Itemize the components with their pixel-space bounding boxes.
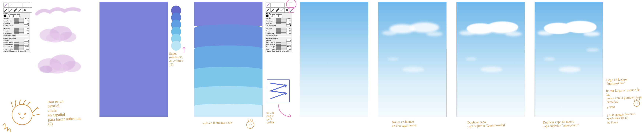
lbl-pers: Persistencia (4, 32, 13, 34)
brush-preset[interactable] (13, 8, 18, 13)
brush-preset[interactable] (4, 8, 8, 13)
brush-shape[interactable] (14, 14, 16, 17)
svg-point-0 (24, 9, 26, 11)
brush-preset[interactable] (266, 8, 271, 13)
chick-doodle (2, 98, 48, 134)
svg-point-18 (636, 103, 636, 103)
svg-point-15 (251, 124, 252, 124)
annotation-dup1: Duplicar capa capa superior "Luminosidad… (467, 119, 506, 128)
canvas-color-bands (194, 2, 262, 117)
lbl-maxd: Dens. Máx (Ta...) (4, 46, 13, 48)
brush-preset[interactable] (266, 3, 271, 8)
slider-blend[interactable] (14, 28, 24, 30)
val-edge[interactable]: 0 (24, 41, 29, 43)
brush-preset[interactable] (22, 3, 27, 8)
annotation-final-2: y si le agregás detallitos queda más pro… (607, 112, 644, 124)
lbl-blend: Mezclado (4, 28, 13, 30)
brush-shape[interactable] (7, 14, 10, 17)
svg-point-14 (249, 124, 250, 124)
val-pers[interactable]: 80 (24, 32, 29, 34)
val-blend[interactable]: 60 (24, 28, 29, 30)
brush-shape-row (4, 14, 29, 17)
val-minsize[interactable]: 0% (24, 20, 29, 22)
brush-sample-cloud (37, 24, 79, 44)
brush-preset[interactable] (18, 3, 23, 8)
brush-shape[interactable] (17, 14, 20, 17)
canvas-flat-base (99, 2, 168, 117)
slider-density[interactable] (14, 22, 24, 24)
brush-preset[interactable] (8, 3, 13, 8)
chick-doodle-small (245, 118, 256, 129)
lbl-simple: (círculo simple) (4, 25, 24, 26)
val-dil[interactable]: 89 (24, 30, 29, 32)
lbl-q: Calidad (4, 39, 24, 41)
brush-preset-grid (4, 3, 29, 12)
annotation-dup2: Duplicar capa de nuevo capa superior "su… (542, 120, 579, 128)
brush-settings-panel-2: Normal Tamaño160.0 Tamaño mín.0% Densida… (265, 2, 292, 53)
val-density[interactable]: 54 (24, 22, 29, 24)
blend-mode[interactable]: Normal (4, 12, 8, 14)
brush-preset[interactable] (275, 3, 280, 8)
lbl-mind: Densidad Mín. (4, 44, 13, 45)
lbl-hs: Duro <-> Suave (4, 48, 13, 50)
val-q[interactable]: 3 (24, 39, 29, 41)
val-mind[interactable]: 0 (24, 44, 29, 46)
swatch (171, 41, 181, 51)
slider-pers[interactable] (14, 32, 24, 34)
lbl-dil: Dilución (4, 30, 13, 32)
brush-preset[interactable] (18, 8, 23, 13)
svg-point-16 (286, 9, 288, 11)
slider-dil[interactable] (14, 30, 24, 32)
svg-point-13 (246, 121, 254, 128)
val-hs[interactable]: 100 (24, 48, 29, 50)
lbl-minsize: Tamaño mín. (4, 20, 13, 22)
brush-shape-circle[interactable] (4, 14, 6, 17)
slider-size[interactable] (14, 18, 24, 20)
brush-sample-stroke (35, 5, 81, 19)
svg-point-4 (46, 33, 64, 42)
brush-preset[interactable] (280, 3, 285, 8)
brush-preset[interactable] (13, 3, 18, 8)
svg-point-11 (18, 113, 20, 114)
canvas-sky-clouds-1 (378, 2, 446, 117)
annotation-white-clouds: Nubes en blanco en una capa nueva (392, 120, 416, 128)
annotation-zigzag: en zig zag y para arriba (266, 111, 274, 124)
canvas-sky-clouds-2 (456, 2, 525, 117)
annotation-same-layer: todo en la misma capa (202, 120, 232, 125)
brush-preset[interactable] (4, 3, 8, 8)
brush-preset[interactable] (270, 3, 276, 8)
svg-point-17 (634, 101, 640, 106)
lbl-density: Densidad (4, 22, 13, 24)
annotation-color-ref: Super referencia de colores (?) (169, 51, 183, 67)
zigzag-diagram (267, 80, 290, 102)
svg-point-9 (40, 65, 52, 73)
canvas-sky-gradient (300, 2, 368, 117)
canvas-sky-clouds-3 (534, 2, 603, 117)
highlight-circle (286, 0, 296, 10)
svg-point-10 (12, 104, 32, 125)
lbl-size: Tamaño (4, 18, 13, 20)
brush-settings-panel-1: Normal Tamaño160.0 Tamaño mín.0% Densida… (3, 2, 30, 53)
val-size[interactable]: 160.0 (24, 18, 29, 20)
lbl-edge: Dureza Borde (4, 42, 13, 43)
brush-shape[interactable] (10, 14, 13, 17)
brush-preset[interactable] (270, 8, 276, 13)
brush-preset[interactable] (27, 3, 32, 8)
lbl-pressure: Presión: ☑ Densidad ☑ Tamaño ☐ (4, 50, 29, 52)
brush-sample-cloud-2 (35, 53, 83, 75)
lbl-adv: Ajustes avanzados (4, 37, 29, 39)
annotation-intro: esto es un tutorial chafa en español par… (48, 98, 82, 126)
brush-preset[interactable] (22, 8, 27, 13)
brush-preset[interactable] (275, 8, 280, 13)
arrow-curve-icon (276, 103, 292, 119)
brush-preset[interactable] (27, 8, 32, 13)
brush-preset[interactable] (280, 8, 285, 13)
brush-preset[interactable] (8, 8, 13, 13)
chick-doodle-tiny (631, 98, 642, 107)
svg-point-12 (24, 113, 26, 114)
lbl-keep: Mantener Opac. (5, 34, 29, 36)
color-swatch-column (171, 6, 181, 48)
slider-minsize[interactable] (14, 20, 24, 22)
val-maxd[interactable]: 100% (24, 46, 29, 48)
svg-point-19 (638, 103, 638, 103)
